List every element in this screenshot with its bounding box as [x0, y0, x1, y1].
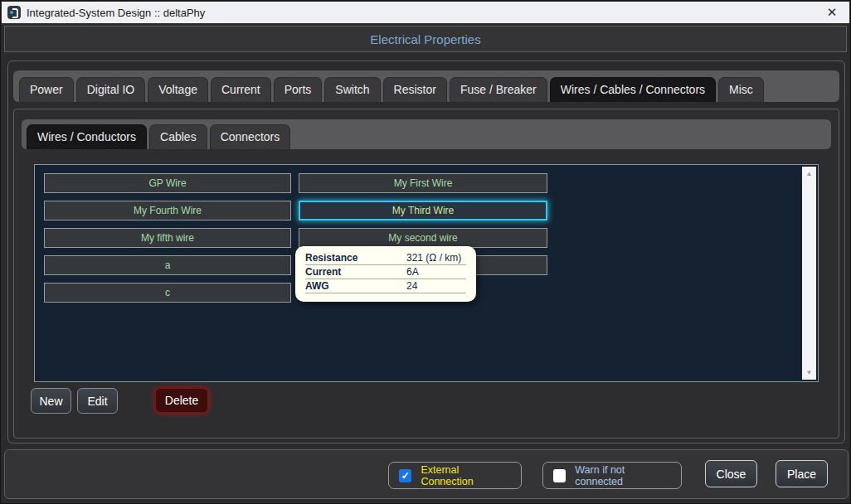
tooltip-row: Resistance 321 (Ω / km)	[305, 252, 466, 265]
tooltip-label: Resistance	[305, 252, 406, 264]
tooltip-label: AWG	[305, 280, 406, 292]
close-icon[interactable]: ✕	[823, 4, 841, 21]
tab-digital-io[interactable]: Digital IO	[76, 77, 146, 102]
footer-bar: ✓ External Connection Warn if not connec…	[4, 449, 849, 499]
tooltip-label: Current	[305, 266, 406, 278]
tab-power[interactable]: Power	[19, 77, 74, 102]
tooltip-row: Current 6A	[305, 266, 466, 279]
wire-item[interactable]: c	[44, 283, 291, 303]
page-title: Electrical Properties	[370, 32, 480, 46]
tooltip-value: 6A	[406, 266, 466, 278]
main-tab-bar: Power Digital IO Voltage Current Ports S…	[13, 70, 839, 102]
header-band: Electrical Properties	[4, 26, 847, 52]
external-connection-label: External Connection	[421, 464, 511, 487]
warn-if-not-connected-checkbox-group[interactable]: Warn if not connected	[542, 462, 682, 489]
wire-item[interactable]: My second wire	[299, 228, 547, 248]
tooltip-row: AWG 24	[305, 280, 466, 293]
scrollbar[interactable]: ▲ ▼	[802, 167, 816, 380]
scroll-up-icon[interactable]: ▲	[806, 167, 813, 181]
tab-wires-cables-connectors[interactable]: Wires / Cables / Connectors	[550, 77, 716, 102]
tab-misc[interactable]: Misc	[718, 77, 764, 102]
tooltip-value: 24	[406, 280, 466, 292]
delete-button[interactable]: Delete	[154, 387, 209, 414]
tab-current[interactable]: Current	[211, 77, 271, 102]
tab-fuse-breaker[interactable]: Fuse / Breaker	[450, 77, 547, 102]
tab-resistor[interactable]: Resistor	[383, 77, 447, 102]
app-window: Integrated-System Design :: deltaPhy ✕ E…	[0, 0, 851, 504]
warn-if-not-connected-label: Warn if not connected	[575, 464, 671, 487]
checkbox-unchecked-icon[interactable]	[553, 469, 566, 482]
tab-voltage[interactable]: Voltage	[148, 77, 208, 102]
new-button[interactable]: New	[31, 388, 71, 414]
checkbox-checked-icon[interactable]: ✓	[399, 469, 411, 482]
tooltip-value: 321 (Ω / km)	[406, 252, 466, 264]
wire-item[interactable]: My fifth wire	[44, 228, 291, 248]
tab-switch[interactable]: Switch	[324, 77, 380, 102]
subtab-cables[interactable]: Cables	[149, 124, 207, 149]
wire-properties-tooltip: Resistance 321 (Ω / km) Current 6A AWG 2…	[295, 246, 476, 302]
window-title: Integrated-System Design :: deltaPhy	[27, 7, 205, 19]
wire-item[interactable]: My First Wire	[299, 173, 547, 193]
place-button[interactable]: Place	[776, 460, 828, 487]
wire-item[interactable]: GP Wire	[44, 173, 291, 193]
subtab-wires-conductors[interactable]: Wires / Conductors	[27, 124, 147, 149]
wire-item-selected[interactable]: My Third Wire	[299, 201, 547, 220]
sub-tab-bar: Wires / Conductors Cables Connectors	[22, 119, 831, 149]
tab-ports[interactable]: Ports	[274, 77, 323, 102]
close-button[interactable]: Close	[705, 460, 757, 487]
wire-item[interactable]: a	[44, 255, 291, 275]
title-bar: Integrated-System Design :: deltaPhy ✕	[2, 2, 849, 23]
edit-button[interactable]: Edit	[77, 388, 118, 414]
external-connection-checkbox-group[interactable]: ✓ External Connection	[388, 462, 522, 489]
subtab-connectors[interactable]: Connectors	[210, 124, 291, 149]
app-icon	[7, 6, 21, 19]
scroll-down-icon[interactable]: ▼	[806, 366, 813, 380]
wire-item[interactable]: My Fourth Wire	[44, 201, 291, 220]
